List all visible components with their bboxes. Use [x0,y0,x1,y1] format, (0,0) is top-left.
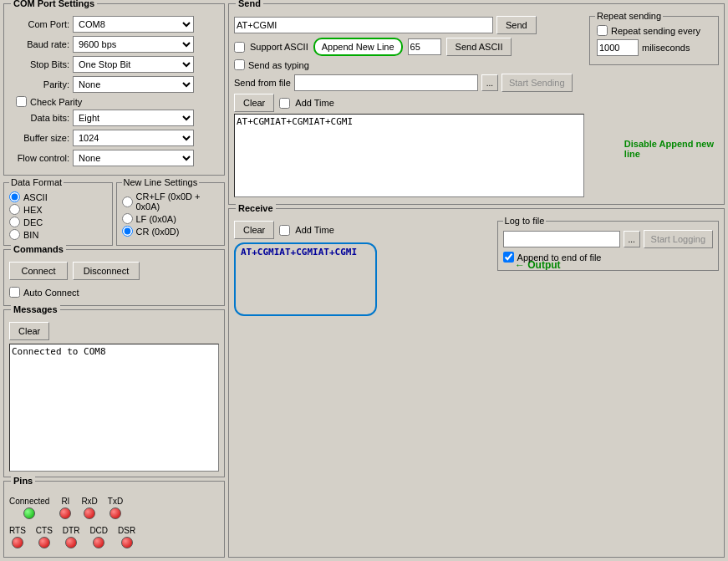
cr-radio[interactable] [122,226,133,237]
pin-txd-label: TxD [108,497,123,506]
send-as-typing-checkbox[interactable] [234,59,245,70]
comport-label: Com Port: [9,19,69,29]
pin-dsr-label: DSR [118,526,135,535]
pin-dtr: DTR [63,526,80,548]
pin-rts-label: RTS [9,526,26,535]
repeat-value-input[interactable] [597,39,639,56]
buffer-label: Buffer size: [9,133,69,143]
pin-txd: TxD [108,497,123,519]
pins-title: Pins [11,476,35,486]
lf-radio[interactable] [122,213,133,224]
cr-label: CR (0x0D) [136,227,180,237]
receive-add-time-checkbox[interactable] [279,225,290,236]
pin-rxd-label: RxD [81,497,97,506]
pin-dcd: DCD [89,526,108,548]
hex-label: HEX [23,205,43,215]
databits-label: Data bits: [9,113,69,123]
check-parity-label: Check Parity [30,97,82,107]
pin-dsr: DSR [118,526,135,548]
auto-connect-checkbox[interactable] [9,287,20,298]
pin-txd-led [109,507,121,519]
ascii-num-input[interactable] [408,38,441,55]
parity-label: Parity: [9,79,69,89]
send-button[interactable]: Send [496,16,537,34]
append-to-file-checkbox[interactable] [503,252,514,263]
dataformat-title: Data Format [9,177,64,187]
repeat-section: Repeat sending Repeat sending every mili… [589,16,719,65]
append-to-file-label: Append to end of file [517,252,602,263]
repeat-label: Repeat sending every [611,26,700,36]
start-logging-button[interactable]: Start Logging [644,230,713,248]
pin-dsr-led [121,537,133,548]
parity-select[interactable]: None [73,76,194,93]
start-sending-button[interactable]: Start Sending [501,74,573,92]
send-ascii-button[interactable]: Send ASCII [446,38,512,56]
send-clear-button[interactable]: Clear [234,94,274,112]
bin-label: BIN [23,230,38,240]
buffer-select[interactable]: 1024 [73,130,194,146]
flow-label: Flow control: [9,153,69,163]
send-title: Send [236,0,263,8]
dec-radio[interactable] [9,217,20,227]
support-ascii-label: Support ASCII [250,42,308,52]
comport-select[interactable]: COM8 [73,16,194,33]
check-parity-checkbox[interactable] [16,96,27,107]
receive-add-time-label: Add Time [295,225,333,235]
pin-cts-label: CTS [36,526,53,535]
pin-ri-led [59,507,71,519]
crlf-label: CR+LF (0x0D + 0x0A) [136,191,220,212]
log-file-group: Log to file ... Start Logging Append to … [497,221,719,271]
pin-ri-label: RI [61,497,69,506]
pin-rts: RTS [9,526,26,548]
ascii-radio[interactable] [9,191,20,202]
append-new-line-button[interactable]: Append New Line [313,38,403,56]
pin-dcd-led [93,537,104,548]
pin-connected: Connected [9,497,49,519]
messages-clear-button[interactable]: Clear [9,322,49,340]
bin-radio[interactable] [9,229,20,240]
repeat-checkbox[interactable] [597,25,608,36]
ascii-label: ASCII [23,192,48,202]
pin-dtr-label: DTR [63,526,80,535]
flow-select[interactable]: None [73,150,194,166]
pin-cts-led [38,537,50,548]
pin-rxd-led [84,507,95,519]
pin-rxd: RxD [81,497,97,519]
receive-textarea[interactable]: AT+CGMIAT+CGMIAT+CGMI [239,245,372,312]
send-from-file-label: Send from file [234,78,291,88]
messages-textarea[interactable] [9,344,219,472]
support-ascii-checkbox[interactable] [234,42,245,53]
stopbits-label: Stop Bits: [9,59,69,69]
hex-radio[interactable] [9,204,20,215]
send-as-typing-label: Send as typing [248,60,309,70]
pin-connected-led [23,507,35,519]
pin-dcd-label: DCD [89,526,108,535]
connect-button[interactable]: Connect [9,262,68,280]
browse-button[interactable]: ... [481,74,498,91]
send-input[interactable] [234,17,493,33]
pin-rts-led [12,537,23,548]
disable-annotation: Disable Append newline [624,139,714,159]
auto-connect-label: Auto Connect [23,288,79,298]
baudrate-select[interactable]: 9600 bps [73,36,194,53]
log-file-title: Log to file [503,216,547,226]
newline-title: New Line Settings [122,177,200,187]
commands-title: Commands [11,244,66,254]
databits-select[interactable]: Eight [73,110,194,126]
stopbits-select[interactable]: One Stop Bit [73,56,194,73]
repeat-title: Repeat sending [595,11,663,21]
receive-output-oval: AT+CGMIAT+CGMIAT+CGMI [234,242,377,316]
log-browse-button[interactable]: ... [624,231,640,247]
baudrate-label: Baud rate: [9,39,69,49]
log-file-input[interactable] [503,231,620,247]
lf-label: LF (0x0A) [136,214,176,224]
add-time-label: Add Time [295,98,333,108]
send-textarea[interactable]: AT+CGMIAT+CGMIAT+CGMI [234,114,584,197]
dec-label: DEC [23,217,43,227]
add-time-checkbox[interactable] [279,98,290,109]
repeat-unit-label: miliseconds [642,43,690,53]
file-path-input[interactable] [294,74,478,91]
disconnect-button[interactable]: Disconnect [73,262,140,280]
receive-clear-button[interactable]: Clear [234,221,274,239]
crlf-radio[interactable] [122,196,133,207]
